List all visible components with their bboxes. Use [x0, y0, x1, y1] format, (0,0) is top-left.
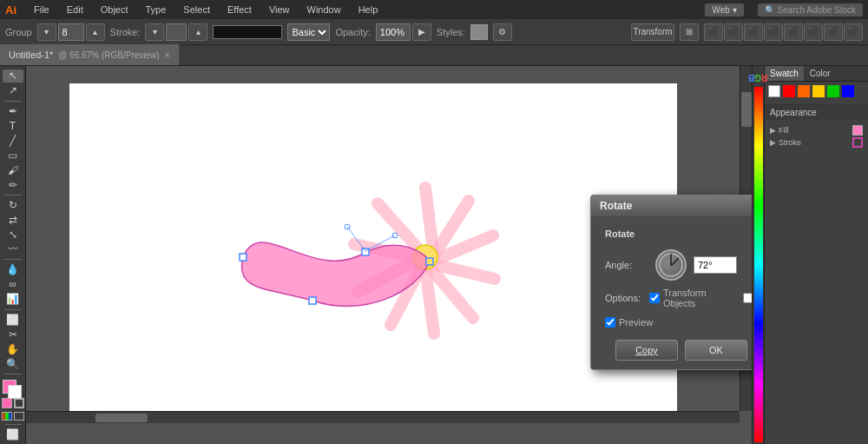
horizontal-scrollbar[interactable]	[26, 411, 740, 423]
styles-options[interactable]: ⚙	[493, 23, 512, 41]
transform-patterns-check[interactable]	[743, 293, 752, 303]
align-bottom[interactable]: ⬛	[804, 23, 823, 41]
eyedropper-tool[interactable]: 💧	[3, 263, 23, 276]
menu-edit[interactable]: Edit	[63, 4, 87, 15]
align-left[interactable]: ⬛	[704, 23, 723, 41]
angle-dial[interactable]	[655, 249, 687, 281]
stroke-color-indicator[interactable]	[852, 137, 863, 148]
type-tool[interactable]: T	[3, 119, 23, 132]
main-area: ↖ ↗ ✒ T ╱ ▭ 🖌 ✏ ↻ ⇄ ⤡ 〰 💧 ∞ 📊 ⬜ ✂ ✋ 🔍	[0, 66, 868, 444]
opacity-arrow[interactable]: ▶	[412, 23, 431, 41]
appearance-row-2: ▶ Stroke	[770, 137, 863, 148]
color-mode[interactable]	[2, 412, 12, 421]
menu-type[interactable]: Type	[142, 4, 170, 15]
styles-swatch[interactable]	[470, 24, 488, 40]
swatch-tab[interactable]: Swatch	[765, 66, 805, 81]
dialog-title-bar: Rotate	[591, 195, 752, 216]
transform-patterns-checkbox[interactable]: Transform Patterns	[743, 288, 752, 308]
menu-effect[interactable]: Effect	[224, 4, 255, 15]
panel-tabs: Swatch Color	[765, 66, 868, 82]
selection-tool[interactable]: ↖	[3, 70, 23, 83]
fill-stroke-toggle[interactable]	[2, 398, 24, 408]
dialog-body: Rotate Angle: Options:	[591, 216, 752, 369]
line-tool[interactable]: ╱	[3, 134, 23, 147]
swatch-blue[interactable]	[842, 85, 854, 97]
stroke-size-up[interactable]: ▴	[86, 23, 105, 41]
color-swatches[interactable]	[3, 380, 23, 393]
swatch-grid	[765, 82, 868, 101]
color-spectrum[interactable]	[754, 87, 763, 442]
rect-tool[interactable]: ▭	[3, 149, 23, 162]
preview-row: Preview	[605, 317, 752, 328]
swatch-green[interactable]	[827, 85, 839, 97]
none-mode[interactable]	[14, 412, 24, 421]
slice-tool[interactable]: ✂	[3, 328, 23, 341]
bar-graph-tool[interactable]: 📊	[3, 293, 23, 306]
appearance-content: ▶ Fill ▶ Stroke	[765, 120, 868, 153]
preview-check[interactable]	[605, 317, 615, 328]
stroke-swatch[interactable]	[14, 398, 24, 408]
align-btn[interactable]: ⊞	[680, 23, 699, 41]
stroke-label: Stroke:	[110, 27, 141, 37]
distrib-h[interactable]: ⬛	[824, 23, 843, 41]
copy-button[interactable]: Copy	[615, 340, 678, 361]
rotate-tool[interactable]: ↻	[3, 199, 23, 212]
menu-help[interactable]: Help	[355, 4, 382, 15]
scale-tool[interactable]: ⤡	[3, 228, 23, 241]
opacity-input[interactable]	[376, 23, 411, 41]
stroke-size-input[interactable]	[58, 23, 84, 41]
hand-tool[interactable]: ✋	[3, 342, 23, 355]
stroke-size-down[interactable]: ▾	[37, 23, 56, 41]
stroke-style-select[interactable]: Basic	[287, 23, 330, 41]
menu-object[interactable]: Object	[97, 4, 132, 15]
swatch-white[interactable]	[768, 85, 780, 97]
menu-view[interactable]: View	[266, 4, 293, 15]
transform-objects-checkbox[interactable]: Transform Objects	[649, 288, 731, 308]
dialog-section: Rotate	[605, 229, 752, 239]
align-center[interactable]: ⬛	[724, 23, 743, 41]
paintbrush-tool[interactable]: 🖌	[3, 163, 23, 176]
align-top[interactable]: ⬛	[764, 23, 783, 41]
direct-selection-tool[interactable]: ↗	[3, 84, 23, 97]
swatch-yellow[interactable]	[812, 85, 825, 97]
fill-color-indicator[interactable]	[852, 125, 863, 136]
swatch-red[interactable]	[783, 85, 795, 97]
artwork-svg	[69, 83, 677, 414]
ok-button[interactable]: OK	[685, 340, 747, 361]
menu-select[interactable]: Select	[180, 4, 214, 15]
stroke-preview	[213, 25, 282, 39]
artboard-tool[interactable]: ⬜	[3, 313, 23, 326]
warp-tool[interactable]: 〰	[3, 242, 23, 255]
tab-close-btn[interactable]: ×	[165, 50, 170, 60]
scroll-thumb-v[interactable]	[741, 92, 752, 127]
transform-objects-check[interactable]	[649, 293, 660, 303]
group-label: Group	[5, 27, 32, 37]
zoom-tool[interactable]: 🔍	[3, 357, 23, 370]
menu-file[interactable]: File	[30, 4, 53, 15]
pencil-tool[interactable]: ✏	[3, 178, 23, 191]
scroll-thumb-h[interactable]	[95, 414, 148, 422]
screen-mode[interactable]: ⬜	[3, 427, 23, 441]
angle-input[interactable]	[694, 256, 737, 274]
reflect-tool[interactable]: ⇄	[3, 214, 23, 227]
stroke-input[interactable]	[166, 23, 187, 41]
document-tab[interactable]: Untitled-1* @ 66.67% (RGB/Preview) ×	[0, 44, 180, 65]
blend-tool[interactable]: ∞	[3, 278, 23, 291]
stroke-up[interactable]: ▴	[188, 23, 207, 41]
swatch-orange[interactable]	[798, 85, 810, 97]
fill-swatch[interactable]	[2, 398, 12, 408]
stroke-down[interactable]: ▾	[145, 23, 164, 41]
pen-tool[interactable]: ✒	[3, 104, 23, 117]
menu-window[interactable]: Window	[304, 4, 345, 15]
panel-letters: R G B	[748, 71, 767, 83]
align-right[interactable]: ⬛	[744, 23, 763, 41]
search-box[interactable]: 🔍 Search Adobe Stock	[758, 3, 863, 17]
transform-btn[interactable]: Transform	[631, 23, 674, 41]
align-middle[interactable]: ⬛	[784, 23, 803, 41]
web-mode[interactable]: Web ▾	[705, 3, 743, 17]
preview-checkbox[interactable]: Preview	[605, 317, 653, 328]
color-tab[interactable]: Color	[805, 66, 836, 81]
tool-separator-3	[4, 259, 22, 260]
color-mode-btns	[2, 412, 24, 421]
distrib-v[interactable]: ⬛	[844, 23, 863, 41]
